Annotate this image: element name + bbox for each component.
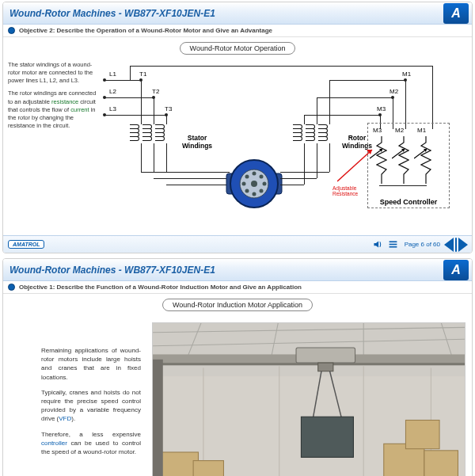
keyword-resistance: resistance xyxy=(51,98,78,105)
svg-point-12 xyxy=(260,189,264,193)
objective-bar: Objective 2: Describe the Operation of a… xyxy=(3,25,472,37)
title-bar: Wound-Rotor Machines - WB877-XF10JEN-E1 … xyxy=(3,2,472,25)
brand-logo: A xyxy=(443,3,469,24)
speed-controller-box: M3 M2 M1 Speed Controller xyxy=(367,123,450,208)
label-M2: M2 xyxy=(390,88,398,95)
paragraph-2: The rotor windings are connected to an a… xyxy=(8,89,98,130)
label-M3b: M3 xyxy=(373,127,382,134)
svg-point-8 xyxy=(263,182,267,186)
objective-text: Objective 1: Describe the Function of a … xyxy=(19,284,467,291)
label-L1: L1 xyxy=(109,70,116,78)
svg-point-11 xyxy=(245,189,249,193)
next-button[interactable] xyxy=(458,238,468,252)
explanation-text: Remaining applications of wound-rotor mo… xyxy=(10,321,152,476)
label-L3: L3 xyxy=(109,105,116,112)
link-controller[interactable]: controller xyxy=(41,440,67,447)
paragraph-1: The stator windings of a wound-rotor mot… xyxy=(8,61,98,85)
diagram-title: Wound-Rotor Motor Operation xyxy=(180,42,296,55)
svg-rect-42 xyxy=(301,417,353,457)
svg-point-9 xyxy=(245,175,249,179)
wiper-arrow-icon xyxy=(414,147,430,160)
brand-logo: A xyxy=(443,260,469,280)
slide-1: Wound-Rotor Machines - WB877-XF10JEN-E1 … xyxy=(2,2,473,253)
svg-rect-47 xyxy=(193,461,223,476)
bullet-icon xyxy=(8,284,15,291)
label-M2b: M2 xyxy=(395,127,404,134)
svg-point-10 xyxy=(260,175,264,179)
svg-point-6 xyxy=(253,192,256,196)
svg-rect-44 xyxy=(424,451,458,476)
callout-arrow-icon xyxy=(337,145,377,185)
menu-icon[interactable] xyxy=(388,239,399,250)
svg-point-5 xyxy=(253,172,256,176)
title-bar: Wound-Rotor Machines - WB877-XF10JEN-E1 … xyxy=(3,259,472,281)
wiper-arrow-icon xyxy=(392,147,408,160)
motor-icon xyxy=(225,154,283,213)
diagram-title: Wound-Rotor Induction Motor Application xyxy=(162,299,313,311)
footer-bar: AMATROL Page 6 of 60 xyxy=(3,235,472,253)
svg-rect-38 xyxy=(296,348,355,363)
content-area: Wound-Rotor Motor Operation The stator w… xyxy=(3,37,472,235)
paragraph-1: Remaining applications of wound-rotor mo… xyxy=(41,346,141,382)
svg-rect-23 xyxy=(390,246,397,248)
prev-button[interactable] xyxy=(444,238,454,252)
explanation-text: The stator windings of a wound-rotor mot… xyxy=(8,61,103,227)
label-adjustable-resistance: Adjustable Resistance xyxy=(332,186,364,196)
svg-rect-39 xyxy=(318,363,333,371)
content-area: Wound-Rotor Induction Motor Application … xyxy=(3,294,472,476)
resistor-icon xyxy=(398,136,409,184)
resistor-icon xyxy=(420,136,431,184)
audio-icon[interactable] xyxy=(372,239,383,250)
svg-point-7 xyxy=(242,182,246,186)
illustration-crane xyxy=(152,322,466,476)
page-indicator: Page 6 of 60 xyxy=(405,241,440,248)
label-T2: T2 xyxy=(152,88,159,95)
schematic-diagram: L1 L2 L3 T1 T2 T3 xyxy=(103,61,467,227)
bullet-icon xyxy=(8,27,15,34)
paragraph-3: Therefore, a less expensive controller c… xyxy=(41,430,141,457)
svg-rect-46 xyxy=(162,452,199,476)
brand-badge: AMATROL xyxy=(8,240,44,249)
course-title: Wound-Rotor Machines - WB877-XF10JEN-E1 xyxy=(10,8,443,19)
label-T3: T3 xyxy=(165,105,172,112)
svg-line-19 xyxy=(337,150,372,181)
keyword-current: current xyxy=(70,106,89,113)
label-T1: T1 xyxy=(139,70,146,78)
label-L2: L2 xyxy=(109,88,116,95)
label-stator-windings: Stator Windings xyxy=(173,134,222,150)
label-M1: M1 xyxy=(402,70,411,78)
label-M1b: M1 xyxy=(417,127,426,134)
svg-point-4 xyxy=(251,181,257,187)
paragraph-2: Typically, cranes and hoists do not requ… xyxy=(41,388,141,424)
svg-rect-45 xyxy=(405,420,439,448)
resistor-icon xyxy=(376,136,387,184)
label-speed-controller: Speed Controller xyxy=(368,198,449,206)
svg-rect-48 xyxy=(153,360,163,476)
label-M3: M3 xyxy=(377,105,386,112)
objective-bar: Objective 1: Describe the Function of a … xyxy=(3,281,472,294)
slide-2: Wound-Rotor Machines - WB877-XF10JEN-E1 … xyxy=(2,258,473,476)
course-title: Wound-Rotor Machines - WB877-XF10JEN-E1 xyxy=(10,265,443,276)
link-vfd[interactable]: VFD xyxy=(59,415,71,422)
svg-rect-21 xyxy=(390,241,397,242)
svg-rect-22 xyxy=(390,244,397,246)
nav-separator xyxy=(455,238,457,252)
objective-text: Objective 2: Describe the Operation of a… xyxy=(19,27,467,34)
